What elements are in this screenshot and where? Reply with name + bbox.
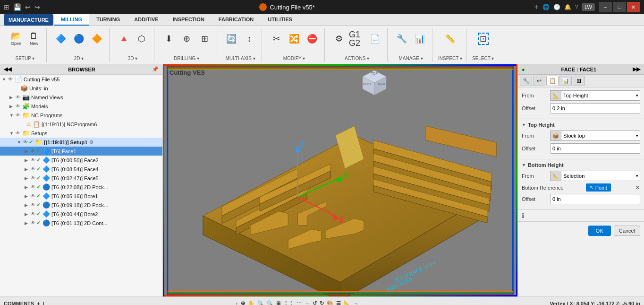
tool-hand-icon[interactable]: ✋ — [248, 300, 254, 305]
bottom-height-offset-input[interactable] — [550, 194, 640, 204]
tree-item-face5[interactable]: ▶ 👁 ✔ 🔷 [T6 (0:02:47)] Face5 — [0, 174, 162, 183]
setup-new-btn[interactable]: 🗒 New — [25, 29, 42, 49]
visibility-icon-face4[interactable]: 👁 — [31, 166, 35, 172]
setup-open-btn[interactable]: 📂 Open — [8, 29, 25, 49]
tree-item-models[interactable]: ▶ 👁 🧩 Models — [0, 102, 162, 111]
tree-item-file[interactable]: ▼ 👁 📄 Cutting File v55 — [0, 75, 162, 84]
tool-grid-icon[interactable]: ⊞ — [276, 300, 280, 305]
tool-move-icon[interactable]: ↕ — [236, 301, 238, 305]
panel-tab-1[interactable]: 🔧 — [520, 76, 532, 86]
tab-inspection[interactable]: INSPECTION — [166, 14, 211, 26]
tool-arrow-icon[interactable]: → — [305, 301, 310, 305]
tree-item-bore1[interactable]: ▶ 👁 ✔ 🔷 [T6 (0:05:16)] Bore1 — [0, 192, 162, 200]
stock-top-select-wrapper[interactable]: Stock top ▾ — [561, 131, 640, 141]
ok-button[interactable]: OK — [588, 226, 611, 236]
tool-zoom-icon[interactable]: 🔍 — [257, 300, 264, 305]
selection-select-wrapper[interactable]: Selection ▾ — [561, 171, 640, 181]
visibility-icon-face2[interactable]: 👁 — [31, 157, 35, 163]
visibility-icon-setups[interactable]: 👁 — [16, 131, 20, 136]
from-select-upper-select-wrapper[interactable]: Top Height ▾ — [561, 90, 640, 101]
2d-btn1[interactable]: 🔷 — [52, 29, 69, 49]
comments-add-icon[interactable]: + — [37, 301, 40, 305]
app-grid-icon[interactable]: ⊞ — [4, 3, 9, 11]
actions-btn3[interactable]: 📄 — [366, 29, 383, 49]
top-height-collapse-icon[interactable]: ▼ — [522, 122, 526, 127]
visibility-icon-2dcont[interactable]: 👁 — [31, 220, 35, 226]
visibility-icon-face1[interactable]: 👁 — [31, 148, 35, 154]
tool-menu-icon[interactable]: ⋮⋮ — [283, 300, 294, 305]
actions-btn1[interactable]: ⚙ — [330, 29, 347, 49]
tab-turning[interactable]: TURNING — [90, 14, 127, 26]
modify-btn2[interactable]: 🔀 — [286, 29, 303, 49]
tree-item-face4[interactable]: ▶ 👁 ✔ 🔷 [T6 (0:08:54)] Face4 — [0, 165, 162, 174]
visibility-icon-2dpock1[interactable]: 👁 — [31, 184, 35, 190]
manufacture-button[interactable]: MANUFACTURE — [4, 14, 53, 26]
panel-tab-4[interactable]: 📊 — [559, 76, 572, 86]
manage-btn1[interactable]: 🔧 — [393, 29, 410, 49]
globe-icon[interactable]: 🌐 — [542, 4, 550, 10]
tab-fabrication[interactable]: FABRICATION — [212, 14, 260, 26]
tree-item-2dcont[interactable]: ▶ 👁 ✔ 🔵 [T6 (0:01:13)] 2D Cont... — [0, 218, 162, 227]
app-save-icon[interactable]: 💾 — [13, 3, 21, 11]
tool-redo-icon[interactable]: ↻ — [320, 300, 324, 305]
select-btn1[interactable]: ⊡ — [475, 29, 491, 49]
manage-btn2[interactable]: 📊 — [411, 29, 428, 49]
2d-btn3[interactable]: 🔶 — [88, 29, 105, 49]
tree-item-face1[interactable]: ▶ 👁 ✔ 🔷 [T6] Face1 — [0, 147, 162, 156]
tree-item-2dpock1[interactable]: ▶ 👁 ✔ 🔵 [T6 (0:22:08)] 2D Pock... — [0, 183, 162, 192]
help-icon[interactable]: ? — [575, 4, 578, 10]
2d-btn2[interactable]: 🔵 — [70, 29, 87, 49]
modify-btn3[interactable]: ⛔ — [304, 29, 321, 49]
tab-utilities[interactable]: UTILITIES — [261, 14, 299, 26]
browser-collapse-icon[interactable]: ◀◀ — [4, 66, 11, 72]
visibility-icon-setup1[interactable]: 👁 — [23, 139, 28, 145]
visibility-icon-views[interactable]: 👁 — [16, 95, 20, 100]
viewport[interactable]: Cutting VES TOP RIGHT FRONT — [163, 64, 517, 296]
app-redo-icon[interactable]: ↪ — [34, 3, 40, 11]
drilling-btn3[interactable]: ⊞ — [196, 29, 213, 49]
stock-top-select[interactable]: Stock top — [561, 131, 640, 141]
visibility-icon-2dpock2[interactable]: 👁 — [31, 202, 35, 208]
right-panel-expand-icon[interactable]: ▶▶ — [633, 66, 640, 72]
multiaxis-btn1[interactable]: 🔄 — [223, 29, 240, 49]
from-select-upper-select[interactable]: Top Height — [561, 90, 640, 101]
app-undo-icon[interactable]: ↩ — [25, 3, 31, 11]
minimize-button[interactable]: − — [599, 2, 612, 12]
tool-undo-icon[interactable]: ↺ — [313, 300, 317, 305]
tool-more-icon[interactable]: ⋯ — [297, 300, 302, 305]
tool-pan-icon[interactable]: ⊕ — [241, 300, 245, 305]
tool-list-icon[interactable]: ☰ — [336, 300, 341, 305]
offset-input-upper[interactable] — [550, 103, 640, 113]
visibility-icon-nc[interactable]: 👁 — [16, 113, 20, 118]
top-height-offset-input[interactable] — [550, 143, 640, 154]
panel-tab-3[interactable]: 📋 — [546, 76, 559, 86]
visibility-icon-models[interactable]: 👁 — [16, 104, 20, 109]
tree-item-nc-programs[interactable]: ▼ 👁 📁 NC Programs — [0, 111, 162, 120]
tool-color-icon[interactable]: 🎨 — [327, 300, 333, 305]
visibility-icon-bore2[interactable]: 👁 — [31, 211, 35, 217]
drilling-btn2[interactable]: ⊕ — [178, 29, 195, 49]
user-avatar[interactable]: LW — [582, 3, 595, 11]
tree-item-setup1[interactable]: ▼ 👁 ✔ 📁 [(1:19:01)] Setup1 ⚙ — [0, 138, 162, 147]
cancel-button[interactable]: Cancel — [614, 226, 640, 236]
modify-btn1[interactable]: ✂ — [268, 29, 285, 49]
multiaxis-btn2[interactable]: ↕ — [241, 29, 258, 49]
tab-milling[interactable]: MILLING — [54, 14, 89, 26]
point-button[interactable]: ↖ Point — [586, 183, 611, 192]
panel-tab-5[interactable]: ⊞ — [573, 76, 585, 86]
tool-zoomin-icon[interactable]: 🔍 — [267, 300, 273, 305]
tree-item-face2[interactable]: ▶ 👁 ✔ 🔷 [T6 (0:00:50)] Face2 — [0, 156, 162, 165]
close-button[interactable]: ✕ — [627, 2, 640, 12]
maximize-button[interactable]: □ — [613, 2, 626, 12]
actions-btn2[interactable]: G1 G2 — [348, 29, 365, 49]
tree-item-ncprogram6[interactable]: ⚠ 📋 [(1:19:01)] NCProgram6 — [0, 120, 162, 129]
add-tab-icon[interactable]: + — [534, 3, 538, 11]
selection-select[interactable]: Selection — [561, 171, 640, 181]
tree-item-bore2[interactable]: ▶ 👁 ✔ 🔷 [T6 (0:00:44)] Bore2 — [0, 209, 162, 218]
drilling-btn1[interactable]: ⬇ — [160, 29, 177, 49]
visibility-icon-face5[interactable]: 👁 — [31, 175, 35, 181]
visibility-icon[interactable]: 👁 — [8, 77, 13, 82]
tab-additive[interactable]: ADDITIVE — [127, 14, 165, 26]
tree-item-named-views[interactable]: ▶ 👁 📷 Named Views — [0, 93, 162, 102]
tool-measure-icon[interactable]: 📐 — [344, 300, 350, 305]
